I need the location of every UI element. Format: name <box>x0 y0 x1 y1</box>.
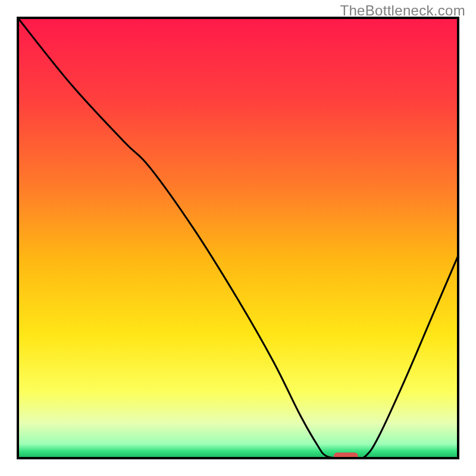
chart-canvas <box>0 0 476 476</box>
gradient-background <box>18 18 458 458</box>
bottleneck-chart: TheBottleneck.com <box>0 0 476 476</box>
watermark-text: TheBottleneck.com <box>340 2 465 19</box>
plot-area <box>18 18 458 461</box>
